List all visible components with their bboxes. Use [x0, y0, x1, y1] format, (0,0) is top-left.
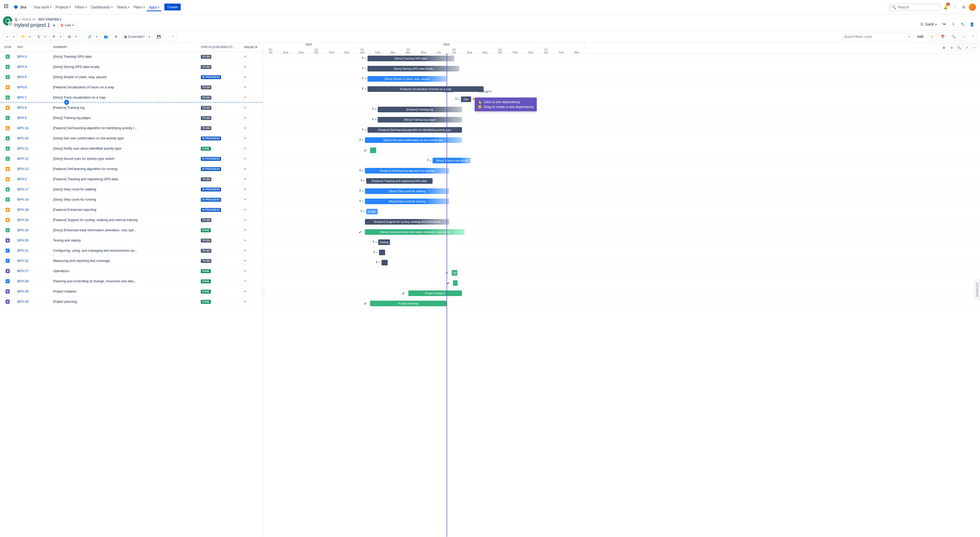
gantt-row[interactable]: ✔Project planning: [263, 299, 980, 309]
status-lozenge[interactable]: DONE: [201, 269, 211, 273]
status-lozenge[interactable]: DONE: [201, 147, 211, 151]
expand-icon[interactable]: ⤢: [963, 44, 970, 51]
gantt-bar[interactable]: [Feature] Tracking and registering GPS d…: [366, 178, 433, 184]
issue-key-link[interactable]: BPV-10: [18, 126, 29, 130]
month-cell[interactable]: Dec: [523, 48, 538, 54]
table-row[interactable]: ⋮⋮ ◆ BPV-2 [Feature] Tracking and regist…: [0, 174, 262, 184]
gantt-bar[interactable]: [Feature] Visualization of tracks on a m…: [368, 86, 484, 92]
table-row[interactable]: ⋮⋮ ▲ BPV-3 [Story] Tracking GPS data TO …: [0, 51, 262, 62]
infobar-toggle[interactable]: INFOBAR: [974, 279, 980, 300]
month-cell[interactable]: Q2Apr: [401, 48, 416, 54]
gantt-row[interactable]: [Feature] Support for cycling, walking a…: [263, 217, 980, 227]
gantt-bar[interactable]: [Story] Step count for running: [365, 199, 449, 204]
col-status[interactable]: STATUS [CHILDREN ST...: [199, 43, 242, 51]
gantt-row[interactable]: ⬆▸[Story] Sound cues for ac: [263, 156, 980, 166]
gantt-bar[interactable]: [Story] Storing GPS data locally: [368, 66, 460, 72]
gantt-row[interactable]: ⬆▸[Story] Get user confirmation on the a…: [263, 135, 980, 145]
month-cell[interactable]: Mar: [569, 48, 584, 54]
folder-dropdown[interactable]: ▾: [27, 33, 33, 41]
folder-button[interactable]: 📁: [19, 33, 27, 41]
issue-key-link[interactable]: BPV-12: [18, 157, 29, 161]
gantt-bar[interactable]: [Feature] Self-learning algorithm for id…: [368, 127, 462, 133]
issue-key-link[interactable]: BPV-8: [18, 106, 27, 110]
more-button[interactable]: ⋯: [960, 33, 968, 41]
table-row[interactable]: ⋮⋮ ■ BPV-29 Project initiation DONE ≈: [0, 286, 262, 296]
issue-key-link[interactable]: BPV-5: [18, 75, 27, 79]
month-cell[interactable]: May: [416, 48, 431, 54]
table-row[interactable]: ⋮⋮ ▲ BPV-19 [Story] Enhanced track infor…: [0, 225, 262, 235]
quick-filters-dropdown[interactable]: Quick Filters: none▾: [842, 33, 913, 40]
zoom-in-icon[interactable]: 🔍: [956, 44, 963, 51]
issue-key-link[interactable]: BPV-15: [18, 136, 29, 140]
user-icon[interactable]: 👤: [968, 20, 976, 28]
status-lozenge[interactable]: IN PROGRESS: [201, 137, 221, 140]
month-cell[interactable]: Jun: [431, 48, 447, 54]
gantt-bar[interactable]: [370, 148, 376, 153]
status-lozenge[interactable]: TO DO: [201, 96, 211, 100]
month-cell[interactable]: Nov: [324, 48, 339, 54]
collapse-handle[interactable]: ❮: [263, 290, 265, 298]
gantt-row[interactable]: ⬆▸[Story] Training log pages: [263, 115, 980, 125]
table-row[interactable]: ⋮⋮ ◆ BPV-13 [Feature] Self-learning algo…: [0, 164, 262, 174]
table-row[interactable]: ⋮⋮ ▲ BPV-4 [Story] Storing GPS data loca…: [0, 62, 262, 72]
issue-key-link[interactable]: BPV-3: [18, 55, 27, 59]
table-row[interactable]: ⋮⋮ ■ BPV-27 Operations DONE ≈: [0, 266, 262, 276]
gantt-row[interactable]: ⬆▸[Feature] Visualization of tracks on a…: [263, 84, 980, 94]
issue-key-link[interactable]: BPV-17: [18, 187, 29, 191]
gantt-row[interactable]: ✔[Story] Enhanced track information (ele…: [263, 227, 980, 237]
save-button[interactable]: 💾: [154, 33, 163, 41]
month-cell[interactable]: Aug: [278, 48, 293, 54]
gantt-row[interactable]: ⬆▸[Feature] Tracking and registering GPS…: [263, 176, 980, 186]
month-cell[interactable]: Feb: [370, 48, 385, 54]
gantt-row[interactable]: ✔: [263, 278, 980, 288]
status-lozenge[interactable]: TO DO: [201, 259, 211, 263]
essentials-button[interactable]: ▦ Essentials*: [122, 33, 147, 41]
gantt-bar[interactable]: [Feature] Support for cycling, walking a…: [365, 219, 449, 225]
link-button[interactable]: 🔗: [85, 33, 94, 41]
table-row[interactable]: ⋮⋮ ▲ BPV-14 [Story] Step count for runni…: [0, 194, 262, 205]
gantt-row[interactable]: ✔Op: [263, 268, 980, 278]
collapse-up-button[interactable]: ⌃: [970, 33, 977, 41]
status-lozenge[interactable]: DONE: [201, 279, 211, 283]
live-status[interactable]: Live ▾: [58, 22, 76, 28]
nav-plans[interactable]: Plans ▾: [131, 3, 147, 11]
zoom-fit-icon[interactable]: ⊕: [940, 44, 947, 51]
table-row[interactable]: ⋮⋮ ✓ BPV-22 Measuring and reporting test…: [0, 256, 262, 266]
nav-teams[interactable]: Teams ▾: [115, 3, 131, 11]
sort-dropdown[interactable]: ▾: [42, 33, 48, 41]
table-row[interactable]: ⋮⋮ ▲ BPV-15 [Story] Get user confirmatio…: [0, 133, 262, 143]
calendar-button[interactable]: 📅: [939, 33, 947, 41]
search-button[interactable]: 🔍: [949, 33, 958, 41]
bolt-button[interactable]: ⚡: [928, 33, 936, 41]
gantt-bar[interactable]: Project planning: [370, 301, 447, 306]
gantt-row[interactable]: ⬆▸[Story] Storing GPS data locally: [263, 64, 980, 74]
gantt-row[interactable]: ⬆▸: [263, 248, 980, 258]
status-lozenge[interactable]: IN PROGRESS: [201, 208, 221, 212]
nav-your-work[interactable]: Your work ▾: [32, 3, 54, 11]
issue-key-link[interactable]: BPV-28: [18, 279, 29, 283]
sort-button[interactable]: ⇅: [35, 33, 42, 41]
gantt-bar[interactable]: Op: [452, 270, 457, 276]
gantt-bar[interactable]: [Story] Training log pages: [378, 117, 462, 123]
status-lozenge[interactable]: TO DO: [201, 239, 211, 242]
month-cell[interactable]: Dec: [339, 48, 355, 54]
gantt-bar[interactable]: [Featu: [366, 209, 378, 214]
layout-dropdown[interactable]: ▾: [73, 33, 79, 41]
status-lozenge[interactable]: TO DO: [201, 126, 211, 130]
help-icon[interactable]: ❔: [950, 3, 959, 11]
gantt-bar[interactable]: [Story] Tracking GPS data: [368, 56, 454, 61]
zoom-out-icon[interactable]: ⊖: [948, 44, 955, 51]
more-zoom-icon[interactable]: ⋯: [971, 44, 978, 51]
month-cell[interactable]: Nov: [508, 48, 523, 54]
settings-icon[interactable]: ⚙: [959, 3, 968, 11]
wrench-icon[interactable]: 🔧: [959, 20, 967, 28]
table-row[interactable]: ⋮⋮ ▲ BPV-12 [Story] Sound cues for activ…: [0, 154, 262, 164]
table-row[interactable]: ⋮⋮ ✓ BPV-28 Planning and controlling of …: [0, 276, 262, 286]
gantt-bar[interactable]: [Story] Step count for walking: [365, 188, 449, 194]
status-lozenge[interactable]: TO DO: [201, 177, 211, 181]
search-input[interactable]: [897, 5, 938, 9]
app-switcher-icon[interactable]: [4, 4, 10, 10]
notifications-icon[interactable]: 🔔5: [941, 3, 950, 11]
issue-key-link[interactable]: BPV-22: [18, 259, 29, 263]
status-lozenge[interactable]: TO DO: [201, 116, 211, 120]
